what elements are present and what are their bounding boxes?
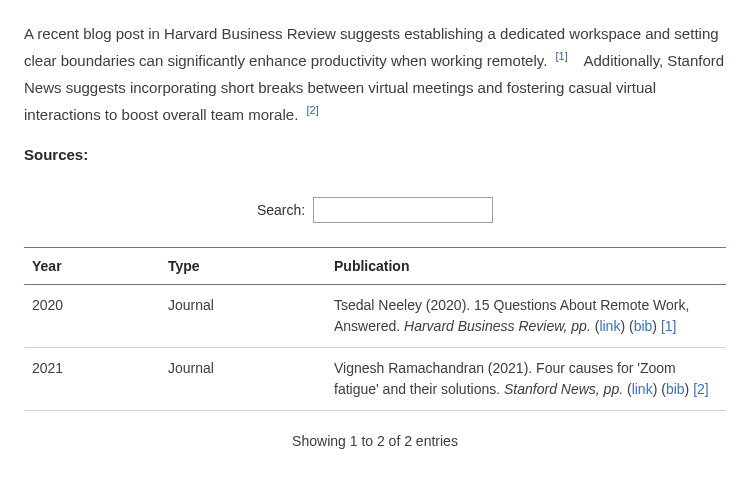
source-link[interactable]: link xyxy=(632,381,653,397)
cell-publication: Tsedal Neeley (2020). 15 Questions About… xyxy=(326,285,726,348)
citation-ref-1[interactable]: [1] xyxy=(556,50,568,62)
intro-paragraph: A recent blog post in Harvard Business R… xyxy=(24,20,726,128)
citation-ref-2[interactable]: [2] xyxy=(306,104,318,116)
sources-heading: Sources: xyxy=(24,146,726,163)
search-input[interactable] xyxy=(313,197,493,223)
cell-type: Journal xyxy=(160,348,326,411)
source-bib[interactable]: bib xyxy=(666,381,685,397)
sources-table: Year Type Publication 2020 Journal Tseda… xyxy=(24,247,726,411)
source-link[interactable]: link xyxy=(599,318,620,334)
table-row: 2020 Journal Tsedal Neeley (2020). 15 Qu… xyxy=(24,285,726,348)
entries-info: Showing 1 to 2 of 2 entries xyxy=(24,433,726,449)
pub-italic: Harvard Business Review, pp. xyxy=(404,318,591,334)
source-bib[interactable]: bib xyxy=(634,318,653,334)
source-cite[interactable]: [1] xyxy=(661,318,677,334)
cell-type: Journal xyxy=(160,285,326,348)
cell-publication: Vignesh Ramachandran (2021). Four causes… xyxy=(326,348,726,411)
col-header-year[interactable]: Year xyxy=(24,248,160,285)
table-row: 2021 Journal Vignesh Ramachandran (2021)… xyxy=(24,348,726,411)
search-label: Search: xyxy=(257,202,305,218)
search-row: Search: xyxy=(24,197,726,223)
cell-year: 2020 xyxy=(24,285,160,348)
pub-italic: Stanford News, pp. xyxy=(504,381,623,397)
source-cite[interactable]: [2] xyxy=(693,381,709,397)
col-header-type[interactable]: Type xyxy=(160,248,326,285)
col-header-publication[interactable]: Publication xyxy=(326,248,726,285)
cell-year: 2021 xyxy=(24,348,160,411)
